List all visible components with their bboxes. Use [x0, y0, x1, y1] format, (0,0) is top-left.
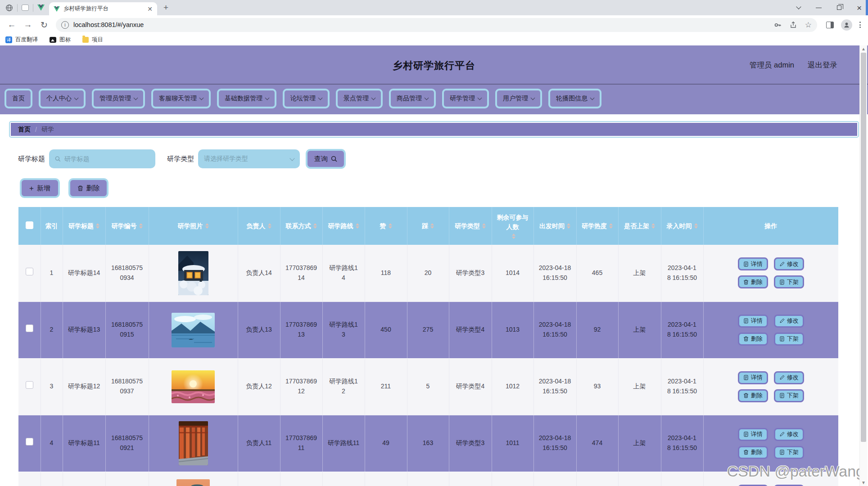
window-restore-button[interactable] [837, 5, 841, 10]
row-checkbox[interactable] [26, 324, 33, 332]
detail-button[interactable]: 详情 [738, 371, 768, 384]
col-leader[interactable]: 负责人 [238, 207, 280, 245]
nav-item-study-management[interactable]: 研学管理 [442, 89, 489, 108]
col-type[interactable]: 研学类型 [449, 207, 492, 245]
nav-item-forum-management[interactable]: 论坛管理 [283, 89, 330, 108]
detail-button[interactable]: 详情 [738, 485, 768, 486]
url-text[interactable]: localhost:8081/#/yanxue [73, 21, 769, 28]
window-minimize-button[interactable] [816, 8, 822, 8]
nav-item-personal-center[interactable]: 个人中心 [39, 89, 86, 108]
row-checkbox[interactable] [26, 438, 33, 446]
tab-close-icon[interactable]: ✕ [147, 5, 153, 13]
vue-logo-icon[interactable] [37, 4, 45, 11]
col-depart-time[interactable]: 出发时间 [533, 207, 576, 245]
new-tab-button[interactable]: + [163, 3, 168, 13]
col-route[interactable]: 研学路线 [322, 207, 365, 245]
scroll-down-arrow-icon[interactable]: ▼ [860, 480, 867, 485]
off-shelf-button[interactable]: 下架 [774, 446, 804, 459]
nav-item-scenic-management[interactable]: 景点管理 [336, 89, 383, 108]
query-button[interactable]: 查询 [306, 149, 346, 169]
scrollbar-thumb[interactable] [861, 53, 866, 442]
col-shelf[interactable]: 是否上架 [618, 207, 661, 245]
row-checkbox[interactable] [26, 381, 33, 389]
col-likes[interactable]: 赞 [365, 207, 407, 245]
sort-icon[interactable] [139, 223, 143, 229]
bookmark-baidu-translate[interactable]: 译 百度翻译 [5, 36, 38, 44]
nav-item-user-management[interactable]: 用户管理 [495, 89, 542, 108]
col-remaining[interactable]: 剩余可参与人数 [492, 207, 533, 245]
site-info-icon[interactable]: i [61, 21, 69, 29]
chevron-down-icon [531, 95, 535, 100]
edit-button[interactable]: 修改 [774, 315, 804, 328]
address-bar[interactable]: i localhost:8081/#/yanxue ☆ [56, 18, 817, 32]
study-title-input[interactable] [64, 155, 149, 162]
detail-button[interactable]: 详情 [738, 315, 768, 328]
bookmark-project[interactable]: 项目 [82, 36, 103, 44]
delete-row-button[interactable]: 删除 [738, 333, 768, 346]
window-close-button[interactable]: × [857, 4, 862, 12]
extension-icon[interactable] [22, 4, 29, 11]
sort-icon[interactable] [268, 223, 271, 229]
detail-button[interactable]: 详情 [738, 428, 768, 441]
off-shelf-button[interactable]: 下架 [774, 389, 804, 402]
delete-button[interactable]: 删除 [68, 178, 108, 198]
globe-icon[interactable] [5, 4, 13, 12]
browser-tab-active[interactable]: 乡村研学旅行平台 ✕ [49, 2, 157, 15]
scroll-up-arrow-icon[interactable]: ▲ [860, 46, 867, 51]
nav-item-service-chat-management[interactable]: 客服聊天管理 [151, 89, 211, 108]
password-key-icon[interactable] [774, 21, 782, 29]
edit-button[interactable]: 修改 [774, 428, 804, 441]
tab-search-chevron-icon[interactable] [796, 4, 801, 9]
browser-menu-icon[interactable] [859, 22, 861, 28]
breadcrumb-home-link[interactable]: 首页 [18, 126, 31, 134]
forward-button[interactable]: → [21, 20, 35, 30]
sort-icon[interactable] [389, 223, 392, 229]
nav-item-carousel-info[interactable]: 轮播图信息 [548, 89, 601, 108]
col-photo[interactable]: 研学照片 [149, 207, 238, 245]
delete-row-button[interactable]: 删除 [738, 446, 768, 459]
nav-item-admin-management[interactable]: 管理员管理 [92, 89, 145, 108]
sort-icon[interactable] [512, 234, 515, 239]
sort-icon[interactable] [205, 223, 209, 229]
col-phone[interactable]: 联系方式 [280, 207, 322, 245]
select-all-checkbox[interactable] [26, 221, 33, 229]
bookmark-icons[interactable]: 图标 [50, 36, 71, 44]
col-dislikes[interactable]: 踩 [407, 207, 449, 245]
page-scrollbar[interactable]: ▲ ▼ [859, 45, 867, 486]
row-checkbox[interactable] [26, 268, 33, 275]
side-panel-icon[interactable] [826, 22, 834, 28]
nav-item-product-management[interactable]: 商品管理 [389, 89, 436, 108]
col-code[interactable]: 研学编号 [105, 207, 149, 245]
bookmark-star-icon[interactable]: ☆ [805, 20, 812, 30]
col-entry-time[interactable]: 录入时间 [661, 207, 703, 245]
share-icon[interactable] [790, 21, 797, 28]
add-button[interactable]: + 新增 [20, 178, 60, 198]
col-heat[interactable]: 研学热度 [576, 207, 618, 245]
sort-icon[interactable] [96, 223, 99, 229]
study-type-select[interactable]: 请选择研学类型 [198, 149, 300, 168]
sort-icon[interactable] [313, 223, 317, 229]
edit-button[interactable]: 修改 [774, 371, 804, 384]
reload-button[interactable]: ↻ [37, 20, 51, 30]
delete-row-button[interactable]: 删除 [738, 275, 768, 288]
edit-button[interactable]: 修改 [774, 485, 804, 486]
nav-item-home[interactable]: 首页 [5, 89, 32, 108]
delete-row-button[interactable]: 删除 [738, 389, 768, 402]
col-title[interactable]: 研学标题 [63, 207, 105, 245]
detail-button[interactable]: 详情 [738, 257, 768, 270]
nav-item-base-data-management[interactable]: 基础数据管理 [217, 89, 276, 108]
sort-icon[interactable] [482, 223, 486, 229]
sort-icon[interactable] [356, 223, 359, 229]
sort-icon[interactable] [567, 223, 570, 229]
sort-icon[interactable] [651, 223, 655, 229]
back-button[interactable]: ← [5, 20, 19, 30]
sort-icon[interactable] [430, 223, 434, 229]
profile-avatar[interactable] [841, 19, 852, 31]
logout-link[interactable]: 退出登录 [808, 60, 837, 70]
trash-icon [743, 336, 749, 342]
edit-button[interactable]: 修改 [774, 257, 804, 270]
off-shelf-button[interactable]: 下架 [774, 275, 804, 288]
sort-icon[interactable] [694, 223, 698, 229]
sort-icon[interactable] [609, 223, 613, 229]
off-shelf-button[interactable]: 下架 [774, 333, 804, 346]
